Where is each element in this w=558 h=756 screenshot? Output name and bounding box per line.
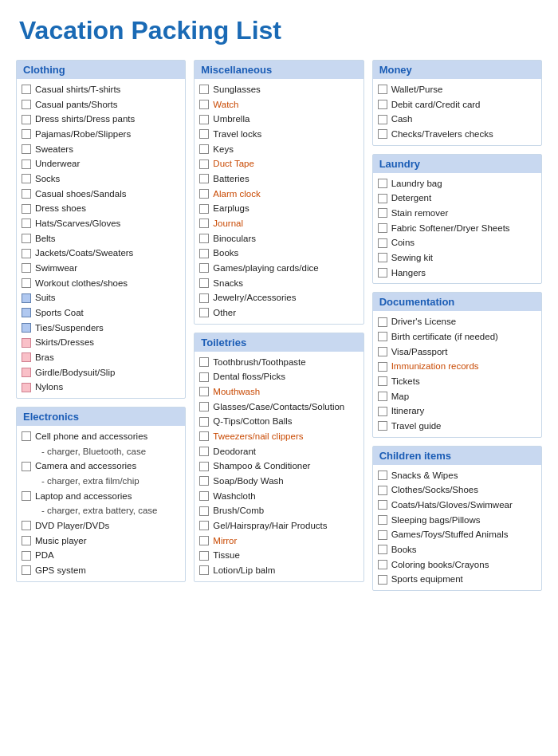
checkbox[interactable] — [199, 144, 209, 154]
checkbox[interactable] — [199, 431, 209, 441]
list-item: Travel locks — [198, 127, 360, 142]
checkbox[interactable] — [22, 129, 31, 139]
checkbox[interactable] — [199, 219, 209, 228]
item-text: Socks — [35, 172, 60, 186]
checkbox[interactable] — [199, 278, 209, 288]
checkbox[interactable] — [199, 402, 209, 411]
checkbox[interactable] — [22, 368, 31, 377]
checkbox[interactable] — [22, 536, 31, 545]
checkbox[interactable] — [199, 387, 209, 396]
checkbox[interactable] — [378, 421, 387, 431]
checkbox[interactable] — [22, 219, 31, 228]
checkbox[interactable] — [22, 565, 31, 575]
checkbox[interactable] — [22, 159, 31, 169]
checkbox[interactable] — [22, 293, 31, 303]
checkbox[interactable] — [378, 530, 387, 540]
checkbox[interactable] — [199, 174, 209, 183]
checkbox[interactable] — [199, 565, 209, 575]
checkbox[interactable] — [199, 491, 209, 501]
checkbox[interactable] — [199, 204, 209, 214]
checkbox[interactable] — [22, 263, 31, 273]
item-text: Camera and accessories — [35, 459, 136, 473]
checkbox[interactable] — [22, 174, 31, 183]
checkbox[interactable] — [378, 85, 387, 94]
checkbox[interactable] — [199, 462, 209, 471]
checkbox[interactable] — [199, 372, 209, 382]
checkbox[interactable] — [22, 85, 31, 94]
checkbox[interactable] — [199, 521, 209, 530]
checkbox[interactable] — [378, 129, 387, 139]
section-toiletries: Toiletries Toothbrush/ToothpasteDental f… — [194, 333, 363, 582]
checkbox[interactable] — [378, 223, 387, 233]
checkbox[interactable] — [199, 308, 209, 317]
checkbox[interactable] — [378, 560, 387, 569]
checkbox[interactable] — [378, 376, 387, 386]
checkbox[interactable] — [199, 536, 209, 545]
checkbox[interactable] — [22, 189, 31, 199]
checkbox[interactable] — [22, 249, 31, 258]
checkbox[interactable] — [22, 462, 31, 471]
checkbox[interactable] — [378, 208, 387, 218]
section-electronics-body: Cell phone and accessories- charger, Blu… — [17, 426, 185, 581]
checkbox[interactable] — [378, 407, 387, 416]
checkbox[interactable] — [199, 417, 209, 427]
checkbox[interactable] — [378, 115, 387, 124]
checkbox[interactable] — [378, 179, 387, 188]
checkbox[interactable] — [22, 323, 31, 333]
checkbox[interactable] — [22, 100, 31, 109]
checkbox[interactable] — [378, 194, 387, 203]
checkbox[interactable] — [22, 308, 31, 317]
checkbox[interactable] — [199, 506, 209, 516]
checkbox[interactable] — [199, 357, 209, 367]
checkbox[interactable] — [199, 129, 209, 139]
checkbox[interactable] — [199, 85, 209, 94]
checkbox[interactable] — [199, 159, 209, 169]
checkbox[interactable] — [378, 515, 387, 525]
checkbox[interactable] — [199, 551, 209, 561]
checkbox[interactable] — [378, 317, 387, 327]
checkbox[interactable] — [378, 392, 387, 401]
checkbox[interactable] — [199, 447, 209, 456]
checkbox[interactable] — [22, 521, 31, 530]
checkbox[interactable] — [378, 332, 387, 341]
item-text: Sleeping bags/Pillows — [391, 514, 481, 527]
checkbox[interactable] — [378, 575, 387, 585]
item-text: Music player — [35, 534, 87, 548]
checkbox[interactable] — [378, 347, 387, 356]
checkbox[interactable] — [378, 238, 387, 248]
checkbox[interactable] — [199, 249, 209, 258]
checkbox[interactable] — [199, 100, 209, 109]
checkbox[interactable] — [22, 234, 31, 243]
checkbox[interactable] — [22, 204, 31, 214]
list-item: Cash — [376, 112, 538, 127]
checkbox[interactable] — [378, 471, 387, 480]
checkbox[interactable] — [199, 234, 209, 243]
item-text: Keys — [213, 143, 234, 156]
item-text: - charger, Bluetooth, case — [35, 445, 146, 459]
checkbox[interactable] — [22, 352, 31, 362]
checkbox[interactable] — [22, 551, 31, 561]
checkbox[interactable] — [22, 278, 31, 288]
checkbox[interactable] — [22, 431, 31, 441]
checkbox[interactable] — [22, 383, 31, 392]
checkbox[interactable] — [199, 115, 209, 124]
checkbox[interactable] — [378, 545, 387, 554]
checkbox[interactable] — [22, 144, 31, 154]
checkbox[interactable] — [199, 476, 209, 486]
checkbox[interactable] — [22, 338, 31, 348]
item-text: Workout clothes/shoes — [35, 277, 128, 290]
checkbox[interactable] — [199, 293, 209, 303]
checkbox[interactable] — [378, 362, 387, 372]
checkbox[interactable] — [22, 491, 31, 501]
checkbox[interactable] — [378, 253, 387, 262]
checkbox[interactable] — [378, 500, 387, 510]
list-item: Camera and accessories — [20, 459, 182, 474]
checkbox[interactable] — [378, 486, 387, 495]
checkbox[interactable] — [22, 115, 31, 124]
list-item: Tweezers/nail clippers — [198, 429, 360, 444]
checkbox[interactable] — [199, 263, 209, 273]
item-text: Snacks & Wipes — [391, 469, 458, 482]
checkbox[interactable] — [199, 189, 209, 199]
checkbox[interactable] — [378, 268, 387, 278]
checkbox[interactable] — [378, 100, 387, 109]
